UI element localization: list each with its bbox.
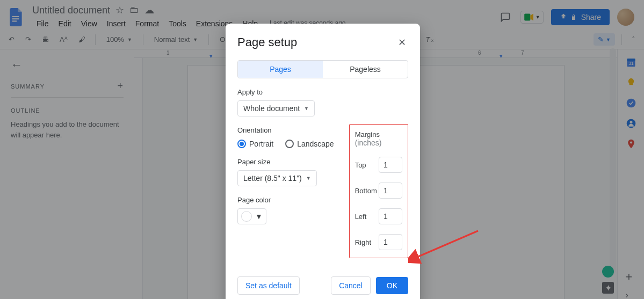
tab-pageless[interactable]: Pageless	[323, 61, 408, 78]
paper-size-label: Paper size	[237, 158, 334, 166]
margin-bottom-input[interactable]	[379, 183, 402, 199]
color-swatch	[241, 211, 252, 222]
margin-top-input[interactable]	[379, 157, 402, 173]
margin-bottom-label: Bottom	[355, 187, 377, 195]
chevron-down-icon: ▼	[306, 176, 311, 181]
apply-to-label: Apply to	[237, 88, 408, 96]
page-color-dropdown[interactable]: ▼	[237, 208, 266, 224]
orientation-landscape-radio[interactable]: Landscape	[285, 140, 334, 148]
chevron-down-icon: ▼	[304, 106, 309, 111]
close-dialog-button[interactable]: ✕	[396, 34, 408, 50]
page-setup-dialog: Page setup ✕ Pages Pageless Apply to Who…	[226, 24, 420, 299]
margin-right-input[interactable]	[379, 234, 402, 250]
margin-left-label: Left	[355, 213, 367, 221]
cancel-button[interactable]: Cancel	[331, 276, 371, 295]
tab-pages[interactable]: Pages	[238, 61, 323, 78]
margin-left-input[interactable]	[379, 208, 402, 224]
page-color-label: Page color	[237, 196, 334, 204]
page-mode-tabs: Pages Pageless	[237, 60, 408, 78]
margins-label: Margins	[355, 130, 380, 138]
chevron-down-icon: ▼	[255, 212, 263, 221]
radio-selected-icon	[237, 140, 246, 148]
margins-highlight: Margins (inches) Top Bottom Left Right	[349, 124, 408, 258]
apply-to-value: Whole document	[243, 104, 300, 113]
landscape-label: Landscape	[297, 140, 334, 148]
apply-to-dropdown[interactable]: Whole document ▼	[237, 100, 315, 116]
margin-top-label: Top	[355, 161, 366, 169]
dialog-title: Page setup	[237, 35, 297, 49]
margin-right-label: Right	[355, 238, 371, 246]
portrait-label: Portrait	[249, 140, 273, 148]
paper-size-dropdown[interactable]: Letter (8.5" x 11") ▼	[237, 170, 317, 186]
paper-size-value: Letter (8.5" x 11")	[243, 174, 302, 183]
orientation-label: Orientation	[237, 126, 334, 134]
orientation-portrait-radio[interactable]: Portrait	[237, 140, 273, 148]
ok-button[interactable]: OK	[376, 277, 408, 294]
radio-unselected-icon	[285, 140, 294, 148]
set-as-default-button[interactable]: Set as default	[237, 276, 300, 295]
margins-unit: (inches)	[355, 138, 382, 147]
